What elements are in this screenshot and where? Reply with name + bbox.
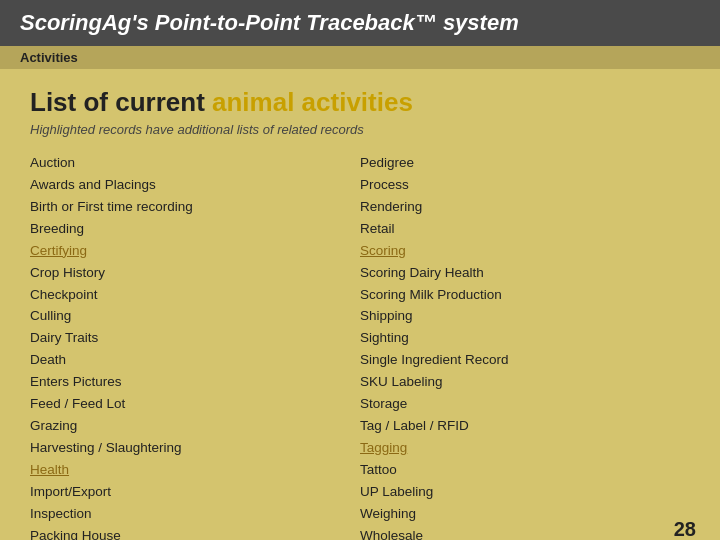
list-item: Feed / Feed Lot	[30, 394, 360, 415]
list-item: Retail	[360, 219, 690, 240]
list-item: Harvesting / Slaughtering	[30, 438, 360, 459]
list-item: SKU Labeling	[360, 372, 690, 393]
list-item: Packing House	[30, 526, 360, 540]
list-item: Rendering	[360, 197, 690, 218]
list-item[interactable]: Health	[30, 460, 360, 481]
list-item: Import/Export	[30, 482, 360, 503]
list-item: Process	[360, 175, 690, 196]
list-title: List of current animal activities	[30, 87, 690, 118]
activities-label: Activities	[20, 50, 78, 65]
list-item: Single Ingredient Record	[360, 350, 690, 371]
list-item[interactable]: Scoring	[360, 241, 690, 262]
page-header: ScoringAg's Point-to-Point Traceback™ sy…	[0, 0, 720, 46]
list-item: Auction	[30, 153, 360, 174]
main-content: List of current animal activities Highli…	[0, 69, 720, 540]
list-item: Checkpoint	[30, 285, 360, 306]
subtitle: Highlighted records have additional list…	[30, 122, 690, 137]
list-item: Pedigree	[360, 153, 690, 174]
list-item: Dairy Traits	[30, 328, 360, 349]
list-item: Crop History	[30, 263, 360, 284]
list-item: Shipping	[360, 306, 690, 327]
activities-bar: Activities	[0, 46, 720, 69]
list-item: UP Labeling	[360, 482, 690, 503]
list-item: Culling	[30, 306, 360, 327]
list-item: Sighting	[360, 328, 690, 349]
list-item: Tag / Label / RFID	[360, 416, 690, 437]
list-item: Awards and Placings	[30, 175, 360, 196]
list-item: Grazing	[30, 416, 360, 437]
list-item: Enters Pictures	[30, 372, 360, 393]
header-title: ScoringAg's Point-to-Point Traceback™ sy…	[20, 10, 519, 35]
list-item: Storage	[360, 394, 690, 415]
activity-columns: AuctionAwards and PlacingsBirth or First…	[30, 153, 690, 540]
list-item: Tattoo	[360, 460, 690, 481]
list-title-highlight: animal activities	[212, 87, 413, 117]
list-item[interactable]: Certifying	[30, 241, 360, 262]
list-item: Weighing	[360, 504, 690, 525]
list-item: Scoring Milk Production	[360, 285, 690, 306]
list-item: Inspection	[30, 504, 360, 525]
list-item: Wholesale	[360, 526, 690, 540]
list-item: Birth or First time recording	[30, 197, 360, 218]
left-column: AuctionAwards and PlacingsBirth or First…	[30, 153, 360, 540]
page-number: 28	[674, 518, 696, 540]
list-title-text: List of current	[30, 87, 212, 117]
list-item: Death	[30, 350, 360, 371]
list-item[interactable]: Tagging	[360, 438, 690, 459]
list-item: Breeding	[30, 219, 360, 240]
right-column: PedigreeProcessRenderingRetailScoringSco…	[360, 153, 690, 540]
list-item: Scoring Dairy Health	[360, 263, 690, 284]
